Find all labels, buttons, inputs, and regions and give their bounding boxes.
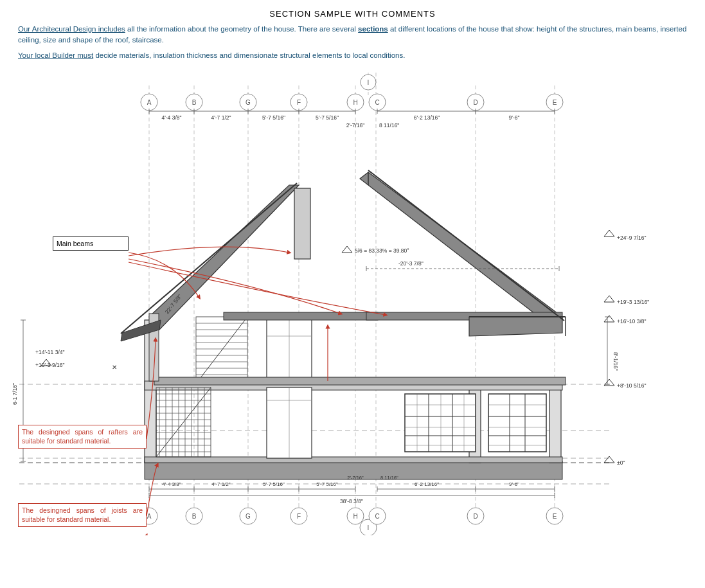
- svg-marker-88: [469, 317, 562, 336]
- svg-text:E: E: [553, 99, 557, 106]
- svg-rect-83: [294, 188, 310, 259]
- svg-text:G: G: [245, 99, 251, 106]
- svg-text:6'-2 13/16": 6'-2 13/16": [414, 114, 440, 121]
- svg-text:5/6 = 83.33% = 39.80°: 5/6 = 83.33% = 39.80°: [355, 247, 409, 254]
- svg-text:I: I: [368, 524, 370, 531]
- svg-text:F: F: [297, 99, 301, 106]
- svg-text:+14'-11 3/4": +14'-11 3/4": [35, 349, 65, 355]
- builder-paragraph: Your local Builder must decide materials…: [0, 50, 705, 61]
- svg-text:E: E: [553, 513, 557, 520]
- svg-text:8'-1/16": 8'-1/16": [612, 352, 619, 371]
- svg-text:B: B: [192, 99, 197, 106]
- svg-text:2'-7/16": 2'-7/16": [347, 475, 364, 481]
- svg-text:6-1 7/16": 6-1 7/16": [12, 383, 18, 405]
- sections-bold: sections: [358, 25, 388, 33]
- svg-text:4'-4 3/8": 4'-4 3/8": [162, 481, 181, 487]
- page-title: SECTION SAMPLE WITH COMMENTS: [0, 0, 705, 24]
- svg-text:B: B: [192, 513, 197, 520]
- svg-rect-20: [549, 381, 561, 463]
- svg-text:I: I: [368, 79, 370, 86]
- svg-text:D: D: [473, 513, 477, 520]
- svg-rect-61: [405, 394, 476, 452]
- joists-label: The desingned spans of joists are suitab…: [18, 503, 147, 527]
- svg-text:5'-7 5/16": 5'-7 5/16": [316, 114, 339, 121]
- svg-text:C: C: [375, 513, 379, 520]
- svg-text:8 11/16": 8 11/16": [379, 122, 399, 129]
- svg-text:±0": ±0": [617, 459, 625, 466]
- svg-text:4'-7 1/2": 4'-7 1/2": [211, 114, 231, 121]
- svg-text:4'-7 1/2": 4'-7 1/2": [211, 481, 230, 487]
- rafters-label: The desingned spans of rafters are suita…: [18, 425, 147, 449]
- intro-text-1: all the information about the geometry o…: [127, 25, 358, 33]
- svg-text:9'-6": 9'-6": [509, 114, 520, 121]
- svg-text:5'-7 5/16": 5'-7 5/16": [263, 481, 285, 487]
- svg-text:2'-7/16": 2'-7/16": [346, 122, 365, 129]
- main-beams-label: Main beams: [53, 236, 129, 251]
- svg-rect-72: [488, 394, 546, 452]
- svg-text:5'-7 5/16": 5'-7 5/16": [316, 481, 338, 487]
- svg-text:G: G: [245, 513, 251, 520]
- builder-link: Your local Builder must: [18, 51, 93, 59]
- svg-text:+24'-9 7/16": +24'-9 7/16": [617, 235, 647, 241]
- builder-text-2: decide materials, insulation thickness a…: [95, 51, 405, 59]
- svg-text:D: D: [473, 99, 477, 106]
- svg-text:4'-4 3/8": 4'-4 3/8": [161, 114, 181, 121]
- svg-text:-20'-3 7/8": -20'-3 7/8": [398, 260, 424, 267]
- svg-text:C: C: [375, 99, 379, 106]
- svg-text:F: F: [297, 513, 301, 520]
- svg-text:+8'-10 5/16": +8'-10 5/16": [617, 382, 647, 389]
- svg-text:+16'-10 3/8": +16'-10 3/8": [617, 318, 647, 325]
- svg-text:H: H: [353, 99, 357, 106]
- svg-text:A: A: [147, 513, 152, 520]
- svg-text:6'-2 13/16": 6'-2 13/16": [415, 481, 439, 487]
- design-link[interactable]: Our Architecural Design includes: [18, 25, 125, 33]
- drawing-area: I A B G F H C D E 4'-4 3/8" 4'-7 1/2" 5'…: [0, 66, 705, 535]
- svg-text:H: H: [353, 513, 357, 520]
- svg-rect-80: [154, 377, 566, 385]
- svg-text:+19'-3 13/16": +19'-3 13/16": [617, 299, 649, 305]
- svg-rect-86: [224, 312, 378, 320]
- svg-text:✕: ✕: [112, 364, 117, 371]
- svg-text:+10'-3 9/16": +10'-3 9/16": [35, 362, 65, 368]
- svg-text:38'-8 3/8": 38'-8 3/8": [340, 498, 363, 504]
- svg-text:9'-6": 9'-6": [509, 481, 519, 487]
- intro-paragraph: Our Architecural Design includes all the…: [0, 24, 705, 46]
- svg-text:5'-7 5/16": 5'-7 5/16": [262, 114, 285, 121]
- svg-text:A: A: [147, 99, 152, 106]
- svg-text:8 11/16": 8 11/16": [380, 475, 398, 481]
- svg-rect-22: [145, 457, 562, 463]
